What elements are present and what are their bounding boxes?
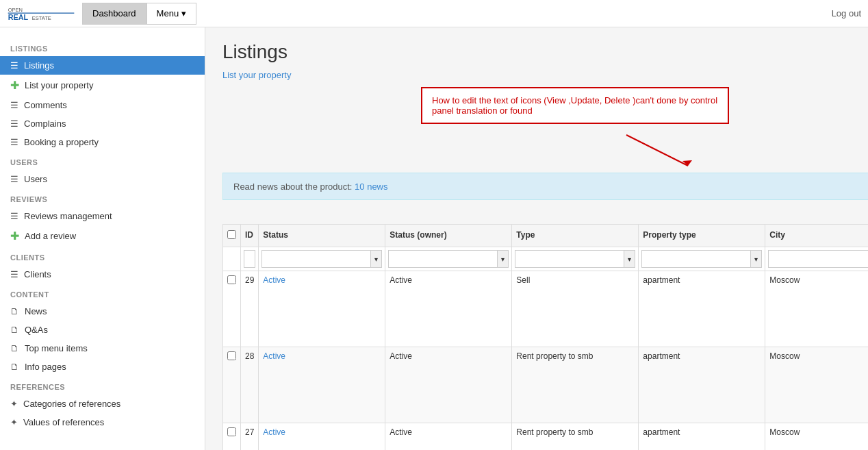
row1-checkbox-cell	[223, 271, 241, 347]
content-section-label: CONTENT	[0, 284, 205, 302]
sidebar-item-info-pages[interactable]: 🗋 Info pages	[0, 358, 205, 376]
listings-table: ID Status Status (owner) Type Property t…	[222, 224, 868, 450]
col-header-status-owner: Status (owner)	[385, 225, 512, 247]
row3-checkbox[interactable]	[227, 427, 236, 436]
comments-icon: ☰	[10, 100, 18, 110]
info-pages-icon: 🗋	[10, 362, 19, 372]
row2-checkbox[interactable]	[227, 351, 236, 360]
logout-link[interactable]: Log out	[832, 8, 861, 18]
annotation-box: How to edit the text of icons (View ,Upd…	[421, 87, 729, 124]
row1-status: Active	[259, 271, 385, 347]
sidebar-item-values-of-references[interactable]: ✦ Values of references	[0, 413, 205, 432]
sidebar-item-qas[interactable]: 🗋 Q&As	[0, 321, 205, 339]
users-section-label: USERS	[0, 151, 205, 170]
reviews-section-label: REVIEWS	[0, 188, 205, 207]
sidebar-item-categories-of-references[interactable]: ✦ Categories of references	[0, 395, 205, 413]
filter-city-cell: ▾	[765, 247, 868, 271]
filter-property-type-input[interactable]	[642, 253, 750, 265]
svg-text:REAL: REAL	[8, 13, 29, 21]
filter-status-cell: ▾	[259, 247, 385, 271]
row3-id: 27	[241, 423, 259, 451]
table-row: 29 Active Active Sell apartment Moscow d…	[223, 271, 869, 347]
sidebar-item-reviews-management[interactable]: ☰ Reviews management	[0, 207, 205, 225]
sidebar-item-add-review[interactable]: ✚ Add a review	[0, 225, 205, 247]
col-header-type: Type	[512, 225, 639, 247]
select-all-checkbox[interactable]	[227, 230, 236, 239]
users-icon: ☰	[10, 174, 18, 184]
col-header-status: Status	[259, 225, 385, 247]
info-bar-link[interactable]: 10 news	[355, 182, 387, 192]
values-icon: ✦	[10, 417, 18, 427]
filter-property-type-cell: ▾	[639, 247, 765, 271]
dashboard-button[interactable]: Dashboard	[82, 3, 146, 25]
sidebar-item-clients[interactable]: ☰ Clients	[0, 265, 205, 284]
sidebar-item-listings[interactable]: ☰ Listings	[0, 56, 205, 75]
sidebar-item-top-menu[interactable]: 🗋 Top menu items	[0, 339, 205, 358]
breadcrumb-list-property[interactable]: List your property	[222, 70, 291, 80]
row3-status-owner: Active	[385, 423, 512, 451]
references-section-label: REFERENCES	[0, 376, 205, 395]
filter-type-input[interactable]	[515, 253, 624, 265]
sidebar-item-comments[interactable]: ☰ Comments	[0, 96, 205, 114]
col-header-property-type: Property type	[639, 225, 765, 247]
filter-id-input[interactable]	[244, 250, 255, 268]
row3-checkbox-cell	[223, 423, 241, 451]
page-title: Listings	[222, 41, 868, 63]
row3-status: Active	[259, 423, 385, 451]
row3-property-type: apartment	[639, 423, 765, 451]
clients-icon: ☰	[10, 269, 18, 279]
table-row: 27 Active Active Rent property to smb ap…	[223, 423, 869, 451]
sidebar-item-news[interactable]: 🗋 News	[0, 302, 205, 321]
row3-city: Moscow	[765, 423, 868, 451]
booking-icon: ☰	[10, 137, 18, 147]
sidebar-item-complains[interactable]: ☰ Complains	[0, 114, 205, 133]
clients-section-label: CLIENTS	[0, 247, 205, 265]
row1-property-type: apartment	[639, 271, 765, 347]
add-review-plus-icon: ✚	[10, 229, 19, 242]
filter-status-owner-dropdown[interactable]: ▾	[497, 251, 508, 267]
sidebar-item-users[interactable]: ☰ Users	[0, 170, 205, 188]
filter-city-input[interactable]	[769, 253, 868, 265]
filter-status-input[interactable]	[262, 253, 370, 265]
filter-status-owner-cell: ▾	[385, 247, 512, 271]
filter-status-owner-input[interactable]	[389, 253, 497, 265]
layout: LISTINGS ☰ Listings ✚ List your property…	[0, 27, 868, 450]
filter-checkbox-cell	[223, 247, 241, 271]
complains-icon: ☰	[10, 118, 18, 129]
filter-type-dropdown[interactable]: ▾	[624, 251, 635, 267]
categories-icon: ✦	[10, 399, 18, 409]
row2-status-owner: Active	[385, 347, 512, 423]
filter-property-type-dropdown[interactable]: ▾	[750, 251, 761, 267]
listings-icon: ☰	[10, 60, 18, 71]
plus-icon: ✚	[10, 79, 19, 92]
info-bar-text: Read news about the product:	[233, 182, 352, 192]
filter-status-dropdown[interactable]: ▾	[370, 251, 381, 267]
row2-id: 28	[241, 347, 259, 423]
svg-text:OPEN: OPEN	[8, 6, 23, 12]
svg-line-4	[626, 135, 688, 166]
row1-checkbox[interactable]	[227, 275, 236, 284]
row1-id: 29	[241, 271, 259, 347]
table-row: 28 Active Active Rent property to smb ap…	[223, 347, 869, 423]
menu-button[interactable]: Menu ▾	[146, 3, 197, 25]
svg-marker-5	[682, 160, 692, 166]
row1-city: Moscow	[765, 271, 868, 347]
top-menu-icon: 🗋	[10, 343, 19, 353]
qas-icon: 🗋	[10, 325, 19, 335]
menu-caret-icon: ▾	[181, 8, 186, 18]
logo: OPEN REAL ESTATE	[7, 3, 75, 24]
row1-type: Sell	[512, 271, 639, 347]
reviews-icon: ☰	[10, 211, 18, 221]
sidebar-item-booking[interactable]: ☰ Booking a property	[0, 133, 205, 151]
row3-type: Rent property to smb	[512, 423, 639, 451]
filter-row: ▾ ▾ ▾	[223, 247, 869, 271]
row2-checkbox-cell	[223, 347, 241, 423]
row2-type: Rent property to smb	[512, 347, 639, 423]
filter-type-cell: ▾	[512, 247, 639, 271]
row1-status-owner: Active	[385, 271, 512, 347]
results-count: Displaying 1-12 of 12 results.	[222, 210, 868, 221]
col-header-id: ID	[241, 225, 259, 247]
svg-text:ESTATE: ESTATE	[32, 15, 51, 21]
row2-property-type: apartment	[639, 347, 765, 423]
sidebar-item-list-property[interactable]: ✚ List your property	[0, 75, 205, 96]
